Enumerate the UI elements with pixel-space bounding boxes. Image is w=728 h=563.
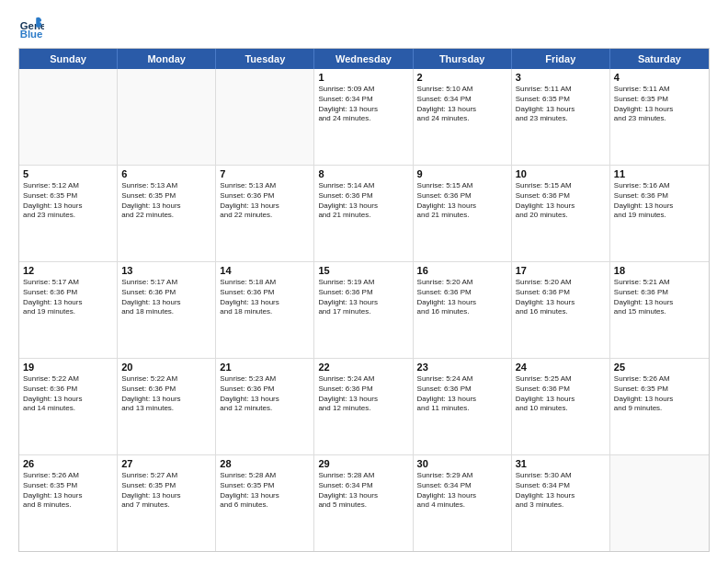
cal-cell-14: 14Sunrise: 5:18 AM Sunset: 6:36 PM Dayli… <box>216 262 314 358</box>
cell-info: Sunrise: 5:17 AM Sunset: 6:36 PM Dayligh… <box>121 278 211 317</box>
logo: General Blue <box>18 15 50 40</box>
cal-cell-empty-0-2 <box>216 69 314 165</box>
header-day-sunday: Sunday <box>19 49 118 69</box>
header-day-wednesday: Wednesday <box>314 49 413 69</box>
cell-info: Sunrise: 5:18 AM Sunset: 6:36 PM Dayligh… <box>220 278 310 317</box>
cell-info: Sunrise: 5:29 AM Sunset: 6:34 PM Dayligh… <box>417 471 507 511</box>
cell-info: Sunrise: 5:11 AM Sunset: 6:35 PM Dayligh… <box>614 85 705 124</box>
cell-info: Sunrise: 5:11 AM Sunset: 6:35 PM Dayligh… <box>516 85 606 124</box>
day-number: 13 <box>121 265 211 276</box>
day-number: 12 <box>23 265 113 276</box>
cell-info: Sunrise: 5:15 AM Sunset: 6:36 PM Dayligh… <box>417 181 507 221</box>
week-row-4: 26Sunrise: 5:26 AM Sunset: 6:35 PM Dayli… <box>19 455 709 551</box>
day-number: 28 <box>220 458 310 469</box>
cal-cell-26: 26Sunrise: 5:26 AM Sunset: 6:35 PM Dayli… <box>19 455 118 551</box>
cell-info: Sunrise: 5:28 AM Sunset: 6:35 PM Dayligh… <box>220 471 310 511</box>
day-number: 8 <box>318 168 408 179</box>
cell-info: Sunrise: 5:16 AM Sunset: 6:36 PM Dayligh… <box>614 181 705 221</box>
cal-cell-29: 29Sunrise: 5:28 AM Sunset: 6:34 PM Dayli… <box>314 455 413 551</box>
cell-info: Sunrise: 5:28 AM Sunset: 6:34 PM Dayligh… <box>318 471 408 511</box>
day-number: 2 <box>417 72 507 83</box>
cal-cell-30: 30Sunrise: 5:29 AM Sunset: 6:34 PM Dayli… <box>414 455 512 551</box>
calendar: SundayMondayTuesdayWednesdayThursdayFrid… <box>18 48 710 552</box>
day-number: 23 <box>417 362 507 373</box>
day-number: 10 <box>516 168 606 179</box>
cal-cell-15: 15Sunrise: 5:19 AM Sunset: 6:36 PM Dayli… <box>314 262 413 358</box>
cal-cell-10: 10Sunrise: 5:15 AM Sunset: 6:36 PM Dayli… <box>512 166 610 261</box>
day-number: 29 <box>318 458 408 469</box>
day-number: 24 <box>516 362 606 373</box>
day-number: 11 <box>614 168 705 179</box>
week-row-1: 5Sunrise: 5:12 AM Sunset: 6:35 PM Daylig… <box>19 166 709 262</box>
cell-info: Sunrise: 5:15 AM Sunset: 6:36 PM Dayligh… <box>516 181 606 221</box>
day-number: 18 <box>614 265 705 276</box>
day-number: 20 <box>121 362 211 373</box>
cal-cell-25: 25Sunrise: 5:26 AM Sunset: 6:35 PM Dayli… <box>610 359 709 454</box>
cal-cell-empty-4-6 <box>610 455 709 551</box>
cal-cell-20: 20Sunrise: 5:22 AM Sunset: 6:36 PM Dayli… <box>118 359 216 454</box>
day-number: 30 <box>417 458 507 469</box>
cal-cell-24: 24Sunrise: 5:25 AM Sunset: 6:36 PM Dayli… <box>512 359 610 454</box>
cal-cell-4: 4Sunrise: 5:11 AM Sunset: 6:35 PM Daylig… <box>610 69 709 165</box>
cal-cell-31: 31Sunrise: 5:30 AM Sunset: 6:34 PM Dayli… <box>512 455 610 551</box>
cell-info: Sunrise: 5:27 AM Sunset: 6:35 PM Dayligh… <box>121 471 211 511</box>
cell-info: Sunrise: 5:14 AM Sunset: 6:36 PM Dayligh… <box>318 181 408 221</box>
calendar-body: 1Sunrise: 5:09 AM Sunset: 6:34 PM Daylig… <box>19 69 709 551</box>
week-row-0: 1Sunrise: 5:09 AM Sunset: 6:34 PM Daylig… <box>19 69 709 166</box>
cell-info: Sunrise: 5:20 AM Sunset: 6:36 PM Dayligh… <box>516 278 606 317</box>
cal-cell-9: 9Sunrise: 5:15 AM Sunset: 6:36 PM Daylig… <box>414 166 512 261</box>
cal-cell-1: 1Sunrise: 5:09 AM Sunset: 6:34 PM Daylig… <box>314 69 413 165</box>
cell-info: Sunrise: 5:12 AM Sunset: 6:35 PM Dayligh… <box>23 181 113 221</box>
cal-cell-19: 19Sunrise: 5:22 AM Sunset: 6:36 PM Dayli… <box>19 359 118 454</box>
cal-cell-27: 27Sunrise: 5:27 AM Sunset: 6:35 PM Dayli… <box>118 455 216 551</box>
cal-cell-empty-0-1 <box>118 69 216 165</box>
cell-info: Sunrise: 5:19 AM Sunset: 6:36 PM Dayligh… <box>318 278 408 317</box>
cal-cell-21: 21Sunrise: 5:23 AM Sunset: 6:36 PM Dayli… <box>216 359 314 454</box>
header-day-saturday: Saturday <box>610 49 709 69</box>
cell-info: Sunrise: 5:26 AM Sunset: 6:35 PM Dayligh… <box>614 374 705 414</box>
cal-cell-12: 12Sunrise: 5:17 AM Sunset: 6:36 PM Dayli… <box>19 262 118 358</box>
cal-cell-6: 6Sunrise: 5:13 AM Sunset: 6:35 PM Daylig… <box>118 166 216 261</box>
cal-cell-7: 7Sunrise: 5:13 AM Sunset: 6:36 PM Daylig… <box>216 166 314 261</box>
cal-cell-16: 16Sunrise: 5:20 AM Sunset: 6:36 PM Dayli… <box>414 262 512 358</box>
day-number: 31 <box>516 458 606 469</box>
day-number: 14 <box>220 265 310 276</box>
cal-cell-5: 5Sunrise: 5:12 AM Sunset: 6:35 PM Daylig… <box>19 166 118 261</box>
cal-cell-28: 28Sunrise: 5:28 AM Sunset: 6:35 PM Dayli… <box>216 455 314 551</box>
cal-cell-8: 8Sunrise: 5:14 AM Sunset: 6:36 PM Daylig… <box>314 166 413 261</box>
week-row-2: 12Sunrise: 5:17 AM Sunset: 6:36 PM Dayli… <box>19 262 709 359</box>
header-day-friday: Friday <box>512 49 610 69</box>
day-number: 5 <box>23 168 113 179</box>
day-number: 17 <box>516 265 606 276</box>
day-number: 6 <box>121 168 211 179</box>
cell-info: Sunrise: 5:30 AM Sunset: 6:34 PM Dayligh… <box>516 471 606 511</box>
day-number: 26 <box>23 458 113 469</box>
logo-icon: General Blue <box>18 15 44 40</box>
calendar-page: General Blue SundayMondayTuesdayWednesda… <box>0 0 728 563</box>
cell-info: Sunrise: 5:26 AM Sunset: 6:35 PM Dayligh… <box>23 471 113 511</box>
calendar-header: SundayMondayTuesdayWednesdayThursdayFrid… <box>19 49 709 69</box>
header-day-tuesday: Tuesday <box>216 49 314 69</box>
day-number: 25 <box>614 362 705 373</box>
cal-cell-11: 11Sunrise: 5:16 AM Sunset: 6:36 PM Dayli… <box>610 166 709 261</box>
day-number: 22 <box>318 362 408 373</box>
page-header: General Blue <box>18 15 710 40</box>
day-number: 4 <box>614 72 705 83</box>
cell-info: Sunrise: 5:22 AM Sunset: 6:36 PM Dayligh… <box>121 374 211 414</box>
svg-text:Blue: Blue <box>20 29 43 40</box>
cell-info: Sunrise: 5:22 AM Sunset: 6:36 PM Dayligh… <box>23 374 113 414</box>
day-number: 27 <box>121 458 211 469</box>
cal-cell-22: 22Sunrise: 5:24 AM Sunset: 6:36 PM Dayli… <box>314 359 413 454</box>
cal-cell-2: 2Sunrise: 5:10 AM Sunset: 6:34 PM Daylig… <box>414 69 512 165</box>
cell-info: Sunrise: 5:10 AM Sunset: 6:34 PM Dayligh… <box>417 85 507 124</box>
header-day-thursday: Thursday <box>414 49 512 69</box>
cal-cell-13: 13Sunrise: 5:17 AM Sunset: 6:36 PM Dayli… <box>118 262 216 358</box>
day-number: 1 <box>318 72 408 83</box>
cell-info: Sunrise: 5:09 AM Sunset: 6:34 PM Dayligh… <box>318 85 408 124</box>
day-number: 19 <box>23 362 113 373</box>
cell-info: Sunrise: 5:24 AM Sunset: 6:36 PM Dayligh… <box>318 374 408 414</box>
cell-info: Sunrise: 5:13 AM Sunset: 6:36 PM Dayligh… <box>220 181 310 221</box>
cell-info: Sunrise: 5:20 AM Sunset: 6:36 PM Dayligh… <box>417 278 507 317</box>
day-number: 3 <box>516 72 606 83</box>
cell-info: Sunrise: 5:13 AM Sunset: 6:35 PM Dayligh… <box>121 181 211 221</box>
